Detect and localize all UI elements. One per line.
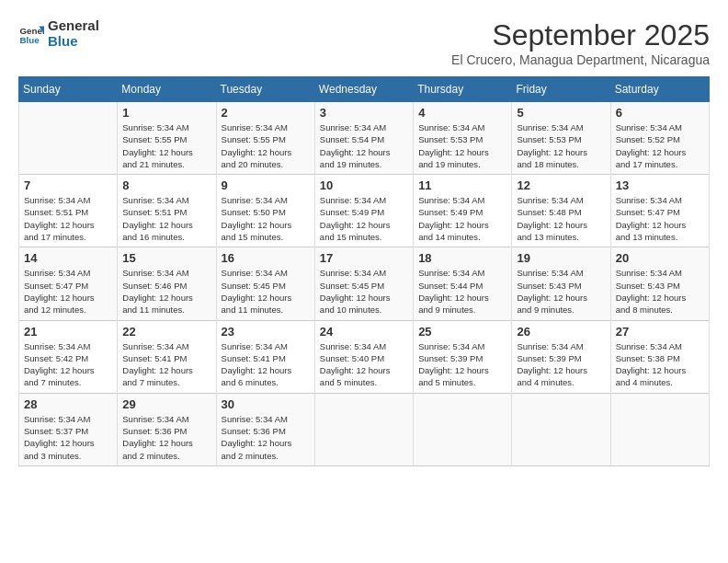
day-number: 17 [320,251,408,265]
day-number: 15 [122,251,210,265]
calendar-cell: 7Sunrise: 5:34 AM Sunset: 5:51 PM Daylig… [19,175,118,247]
day-number: 18 [418,251,506,265]
cell-sun-info: Sunrise: 5:34 AM Sunset: 5:43 PM Dayligh… [616,267,704,316]
day-number: 1 [122,106,210,120]
day-number: 2 [222,106,310,120]
day-number: 21 [24,325,112,339]
cell-sun-info: Sunrise: 5:34 AM Sunset: 5:41 PM Dayligh… [222,340,310,389]
calendar-cell: 26Sunrise: 5:34 AM Sunset: 5:39 PM Dayli… [512,320,610,393]
calendar-cell: 1Sunrise: 5:34 AM Sunset: 5:55 PM Daylig… [118,102,216,175]
calendar-cell: 6Sunrise: 5:34 AM Sunset: 5:52 PM Daylig… [610,102,709,175]
calendar-cell: 15Sunrise: 5:34 AM Sunset: 5:46 PM Dayli… [118,247,216,320]
cell-sun-info: Sunrise: 5:34 AM Sunset: 5:47 PM Dayligh… [24,267,112,316]
logo: General Blue General Blue [18,18,99,49]
cell-sun-info: Sunrise: 5:34 AM Sunset: 5:48 PM Dayligh… [517,194,605,243]
calendar-cell: 17Sunrise: 5:34 AM Sunset: 5:45 PM Dayli… [314,247,413,320]
day-number: 19 [517,251,605,265]
cell-sun-info: Sunrise: 5:34 AM Sunset: 5:55 PM Dayligh… [222,121,310,170]
calendar-table: SundayMondayTuesdayWednesdayThursdayFrid… [18,76,710,466]
cell-sun-info: Sunrise: 5:34 AM Sunset: 5:51 PM Dayligh… [24,194,112,243]
calendar-week-row: 21Sunrise: 5:34 AM Sunset: 5:42 PM Dayli… [19,320,710,393]
day-number: 25 [418,325,506,339]
cell-sun-info: Sunrise: 5:34 AM Sunset: 5:54 PM Dayligh… [320,121,408,170]
calendar-week-row: 7Sunrise: 5:34 AM Sunset: 5:51 PM Daylig… [19,175,710,247]
calendar-cell: 10Sunrise: 5:34 AM Sunset: 5:49 PM Dayli… [314,175,413,247]
cell-sun-info: Sunrise: 5:34 AM Sunset: 5:46 PM Dayligh… [122,267,210,316]
logo-icon: General Blue [18,21,44,47]
cell-sun-info: Sunrise: 5:34 AM Sunset: 5:41 PM Dayligh… [122,340,210,389]
day-of-week-header: Monday [118,77,216,102]
page-header: General Blue General Blue September 2025… [18,18,710,67]
day-number: 26 [517,325,605,339]
calendar-cell: 9Sunrise: 5:34 AM Sunset: 5:50 PM Daylig… [216,175,314,247]
cell-sun-info: Sunrise: 5:34 AM Sunset: 5:45 PM Dayligh… [320,267,408,316]
cell-sun-info: Sunrise: 5:34 AM Sunset: 5:45 PM Dayligh… [222,267,310,316]
calendar-cell: 13Sunrise: 5:34 AM Sunset: 5:47 PM Dayli… [610,175,709,247]
day-number: 23 [222,325,310,339]
day-number: 22 [122,325,210,339]
day-number: 9 [222,178,310,192]
day-number: 8 [122,178,210,192]
title-block: September 2025 El Crucero, Managua Depar… [451,18,710,67]
cell-sun-info: Sunrise: 5:34 AM Sunset: 5:36 PM Dayligh… [222,413,310,462]
cell-sun-info: Sunrise: 5:34 AM Sunset: 5:36 PM Dayligh… [122,413,210,462]
calendar-cell: 23Sunrise: 5:34 AM Sunset: 5:41 PM Dayli… [216,320,314,393]
cell-sun-info: Sunrise: 5:34 AM Sunset: 5:38 PM Dayligh… [616,340,704,389]
svg-text:Blue: Blue [19,34,40,44]
calendar-cell: 20Sunrise: 5:34 AM Sunset: 5:43 PM Dayli… [610,247,709,320]
calendar-cell: 14Sunrise: 5:34 AM Sunset: 5:47 PM Dayli… [19,247,118,320]
day-of-week-header: Wednesday [314,77,413,102]
cell-sun-info: Sunrise: 5:34 AM Sunset: 5:49 PM Dayligh… [418,194,506,243]
day-number: 28 [24,397,112,411]
day-number: 27 [616,325,704,339]
calendar-cell [19,102,118,175]
calendar-cell: 11Sunrise: 5:34 AM Sunset: 5:49 PM Dayli… [414,175,512,247]
calendar-cell: 5Sunrise: 5:34 AM Sunset: 5:53 PM Daylig… [512,102,610,175]
cell-sun-info: Sunrise: 5:34 AM Sunset: 5:49 PM Dayligh… [320,194,408,243]
cell-sun-info: Sunrise: 5:34 AM Sunset: 5:50 PM Dayligh… [222,194,310,243]
calendar-cell: 27Sunrise: 5:34 AM Sunset: 5:38 PM Dayli… [610,320,709,393]
day-number: 20 [616,251,704,265]
cell-sun-info: Sunrise: 5:34 AM Sunset: 5:51 PM Dayligh… [122,194,210,243]
day-number: 16 [222,251,310,265]
cell-sun-info: Sunrise: 5:34 AM Sunset: 5:47 PM Dayligh… [616,194,704,243]
calendar-week-row: 28Sunrise: 5:34 AM Sunset: 5:37 PM Dayli… [19,393,710,465]
calendar-cell: 18Sunrise: 5:34 AM Sunset: 5:44 PM Dayli… [414,247,512,320]
calendar-cell [414,393,512,465]
day-number: 24 [320,325,408,339]
calendar-cell: 22Sunrise: 5:34 AM Sunset: 5:41 PM Dayli… [118,320,216,393]
cell-sun-info: Sunrise: 5:34 AM Sunset: 5:53 PM Dayligh… [418,121,506,170]
calendar-header-row: SundayMondayTuesdayWednesdayThursdayFrid… [19,77,710,102]
cell-sun-info: Sunrise: 5:34 AM Sunset: 5:55 PM Dayligh… [122,121,210,170]
calendar-cell [314,393,413,465]
calendar-cell: 29Sunrise: 5:34 AM Sunset: 5:36 PM Dayli… [118,393,216,465]
cell-sun-info: Sunrise: 5:34 AM Sunset: 5:39 PM Dayligh… [517,340,605,389]
day-number: 30 [222,397,310,411]
day-number: 13 [616,178,704,192]
cell-sun-info: Sunrise: 5:34 AM Sunset: 5:42 PM Dayligh… [24,340,112,389]
day-of-week-header: Sunday [19,77,118,102]
day-number: 4 [418,106,506,120]
calendar-cell: 2Sunrise: 5:34 AM Sunset: 5:55 PM Daylig… [216,102,314,175]
day-number: 3 [320,106,408,120]
cell-sun-info: Sunrise: 5:34 AM Sunset: 5:44 PM Dayligh… [418,267,506,316]
calendar-cell: 24Sunrise: 5:34 AM Sunset: 5:40 PM Dayli… [314,320,413,393]
calendar-cell: 16Sunrise: 5:34 AM Sunset: 5:45 PM Dayli… [216,247,314,320]
calendar-cell: 19Sunrise: 5:34 AM Sunset: 5:43 PM Dayli… [512,247,610,320]
day-of-week-header: Tuesday [216,77,314,102]
calendar-cell: 21Sunrise: 5:34 AM Sunset: 5:42 PM Dayli… [19,320,118,393]
day-number: 10 [320,178,408,192]
day-of-week-header: Saturday [610,77,709,102]
logo-blue-text: Blue [48,33,78,49]
day-number: 12 [517,178,605,192]
calendar-cell: 4Sunrise: 5:34 AM Sunset: 5:53 PM Daylig… [414,102,512,175]
calendar-cell: 30Sunrise: 5:34 AM Sunset: 5:36 PM Dayli… [216,393,314,465]
logo-general-text: General [48,17,99,33]
calendar-cell: 28Sunrise: 5:34 AM Sunset: 5:37 PM Dayli… [19,393,118,465]
calendar-cell [610,393,709,465]
day-number: 6 [616,106,704,120]
day-number: 5 [517,106,605,120]
day-number: 14 [24,251,112,265]
cell-sun-info: Sunrise: 5:34 AM Sunset: 5:40 PM Dayligh… [320,340,408,389]
month-title: September 2025 [451,18,710,52]
